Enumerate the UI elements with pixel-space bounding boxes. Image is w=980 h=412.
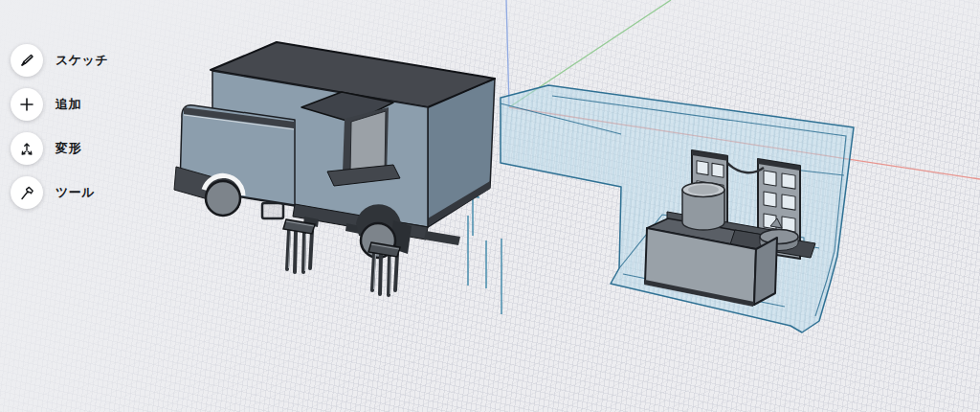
z-axis-line (506, 0, 509, 107)
stool-model-front[interactable] (283, 219, 315, 272)
running-board-extension (424, 231, 460, 245)
plus-icon (18, 96, 35, 113)
toolbar-row-sketch: スケッチ (11, 44, 108, 77)
stool-legs (287, 230, 312, 272)
cad-app-window: スケッチ 追加 変形 ツール (0, 0, 980, 412)
counter-right-face[interactable] (754, 238, 777, 305)
stock-pot[interactable] (682, 183, 724, 231)
toolbar-row-transform: 変形 (11, 132, 81, 165)
trailer-hitch (262, 203, 283, 218)
toolbar-row-add: 追加 (11, 88, 81, 121)
pencil-icon (18, 52, 35, 69)
stool-legs (372, 253, 397, 295)
transform-button[interactable] (11, 132, 43, 165)
sketch-button[interactable] (11, 44, 43, 77)
transform-label: 変形 (56, 140, 81, 157)
tools-button[interactable] (11, 176, 43, 209)
viewport-canvas[interactable] (0, 0, 980, 412)
transform-arrows-icon (18, 140, 35, 157)
front-wheel[interactable] (206, 181, 240, 216)
add-label: 追加 (56, 96, 81, 113)
food-truck-model[interactable] (174, 42, 495, 258)
stool-model-rear[interactable] (368, 242, 400, 295)
add-button[interactable] (11, 88, 43, 121)
hammer-icon (18, 184, 35, 201)
window-interior-panel (350, 111, 386, 174)
tools-label: ツール (56, 184, 95, 201)
sketch-label: スケッチ (56, 52, 108, 69)
toolbar-row-tools: ツール (11, 176, 95, 209)
